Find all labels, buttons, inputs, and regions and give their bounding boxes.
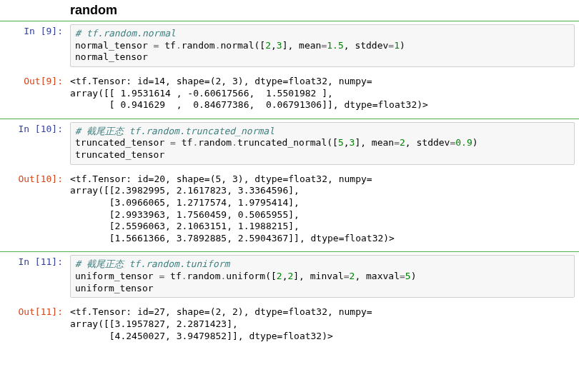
input-row: In [10]: # 截尾正态 tf.random.truncated_norm… <box>0 119 579 169</box>
input-row: In [11]: # 截尾正态 tf.random.tuniform unifo… <box>0 252 579 302</box>
output-area: <tf.Tensor: id=20, shape=(5, 3), dtype=f… <box>67 169 579 252</box>
output-area: <tf.Tensor: id=27, shape=(2, 2), dtype=f… <box>67 302 579 349</box>
code-cell: In [11]: # 截尾正态 tf.random.tuniform unifo… <box>0 251 579 349</box>
output-prompt: Out[9]: <box>0 71 67 119</box>
input-area[interactable]: # tf.random.normal normal_tensor = tf.ra… <box>67 21 579 71</box>
code-content: # 截尾正态 tf.random.truncated_normal trunca… <box>75 126 570 161</box>
output-text: <tf.Tensor: id=27, shape=(2, 2), dtype=f… <box>70 305 575 345</box>
input-prompt: In [9]: <box>0 21 67 71</box>
markdown-cell: random <box>0 0 579 21</box>
input-area[interactable]: # 截尾正态 tf.random.tuniform uniform_tensor… <box>67 252 579 302</box>
output-prompt: Out[11]: <box>0 302 67 349</box>
code-cell: In [10]: # 截尾正态 tf.random.truncated_norm… <box>0 119 579 252</box>
output-text: <tf.Tensor: id=20, shape=(5, 3), dtype=f… <box>70 172 575 248</box>
input-row: In [9]: # tf.random.normal normal_tensor… <box>0 21 579 71</box>
input-area[interactable]: # 截尾正态 tf.random.truncated_normal trunca… <box>67 119 579 169</box>
code-editor[interactable]: # 截尾正态 tf.random.truncated_normal trunca… <box>70 122 575 165</box>
input-prompt: In [11]: <box>0 252 67 302</box>
code-content: # 截尾正态 tf.random.tuniform uniform_tensor… <box>75 258 570 294</box>
code-content: # tf.random.normal normal_tensor = tf.ra… <box>75 28 570 64</box>
code-comment: # tf.random.normal <box>75 28 176 39</box>
input-prompt: In [10]: <box>0 119 67 169</box>
output-row: Out[10]: <tf.Tensor: id=20, shape=(5, 3)… <box>0 169 579 252</box>
code-comment: # 截尾正态 tf.random.tuniform <box>75 258 229 269</box>
output-area: <tf.Tensor: id=14, shape=(2, 3), dtype=f… <box>67 71 579 119</box>
section-title: random <box>70 3 579 18</box>
output-prompt: Out[10]: <box>0 169 67 252</box>
code-editor[interactable]: # tf.random.normal normal_tensor = tf.ra… <box>70 24 575 67</box>
code-editor[interactable]: # 截尾正态 tf.random.tuniform uniform_tensor… <box>70 255 575 298</box>
notebook: random In [9]: # tf.random.normal normal… <box>0 0 579 349</box>
code-comment: # 截尾正态 tf.random.truncated_normal <box>75 126 274 136</box>
output-text: <tf.Tensor: id=14, shape=(2, 3), dtype=f… <box>70 74 575 114</box>
code-cell: In [9]: # tf.random.normal normal_tensor… <box>0 21 579 119</box>
output-row: Out[11]: <tf.Tensor: id=27, shape=(2, 2)… <box>0 302 579 349</box>
output-row: Out[9]: <tf.Tensor: id=14, shape=(2, 3),… <box>0 71 579 119</box>
